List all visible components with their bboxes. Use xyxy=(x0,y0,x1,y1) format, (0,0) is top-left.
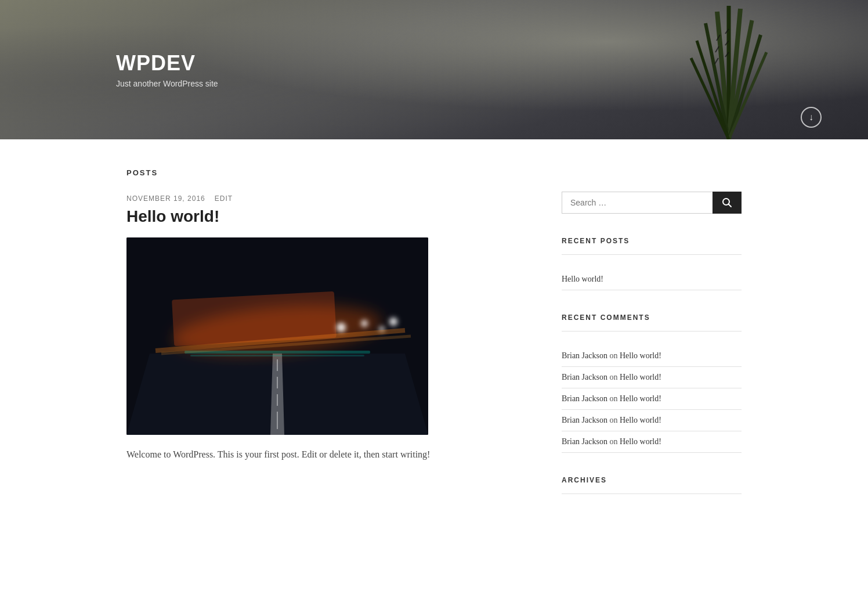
scroll-down-button[interactable]: ↓ xyxy=(801,107,822,128)
recent-comments-widget: RECENT COMMENTS Brian Jackson on Hello w… xyxy=(562,314,742,453)
archives-title: ARCHIVES xyxy=(562,476,742,484)
svg-point-25 xyxy=(389,318,397,326)
comment-entry-5: Brian Jackson on Hello world! xyxy=(562,431,742,453)
comment-entry-3: Brian Jackson on Hello world! xyxy=(562,388,742,410)
comment-on-5: on xyxy=(609,437,620,446)
comment-post-link-4[interactable]: Hello world! xyxy=(620,416,661,424)
header-text: WPDEV Just another WordPress site xyxy=(116,51,218,88)
svg-point-23 xyxy=(361,320,368,327)
comment-author-1[interactable]: Brian Jackson xyxy=(562,351,607,360)
post-image xyxy=(126,237,428,435)
list-item: Hello world! xyxy=(562,269,742,290)
comment-entry-1: Brian Jackson on Hello world! xyxy=(562,345,742,367)
comment-entry-4: Brian Jackson on Hello world! xyxy=(562,410,742,431)
sidebar: RECENT POSTS Hello world! RECENT COMMENT… xyxy=(562,168,742,508)
post-title[interactable]: Hello world! xyxy=(126,207,527,226)
comment-author-5[interactable]: Brian Jackson xyxy=(562,437,607,446)
comment-post-link-1[interactable]: Hello world! xyxy=(620,351,661,360)
comments-list: Brian Jackson on Hello world! Brian Jack… xyxy=(562,345,742,453)
post-edit-link[interactable]: EDIT xyxy=(215,194,233,203)
comment-on-3: on xyxy=(609,394,620,403)
recent-posts-title: RECENT POSTS xyxy=(562,237,742,245)
archives-divider xyxy=(562,493,742,494)
search-icon xyxy=(722,197,732,208)
post-meta: NOVEMBER 19, 2016 EDIT xyxy=(126,194,527,203)
archives-widget: ARCHIVES xyxy=(562,476,742,494)
recent-posts-divider xyxy=(562,254,742,255)
post-excerpt: Welcome to WordPress. This is your first… xyxy=(126,446,527,462)
search-button[interactable] xyxy=(713,192,742,214)
comment-post-link-2[interactable]: Hello world! xyxy=(620,373,661,381)
comment-author-4[interactable]: Brian Jackson xyxy=(562,416,607,424)
svg-line-33 xyxy=(729,204,732,207)
comment-author-2[interactable]: Brian Jackson xyxy=(562,373,607,381)
comment-post-link-3[interactable]: Hello world! xyxy=(620,394,661,403)
recent-comments-divider xyxy=(562,331,742,332)
recent-post-link-1[interactable]: Hello world! xyxy=(562,275,603,283)
post-image-container xyxy=(126,237,428,435)
recent-comments-title: RECENT COMMENTS xyxy=(562,314,742,322)
post-article: NOVEMBER 19, 2016 EDIT Hello world! xyxy=(126,194,527,462)
comment-entry-2: Brian Jackson on Hello world! xyxy=(562,367,742,388)
plant-decoration xyxy=(671,0,787,139)
search-input[interactable] xyxy=(562,192,713,214)
post-image-svg xyxy=(126,237,428,435)
svg-rect-21 xyxy=(190,355,364,356)
svg-point-22 xyxy=(337,323,346,332)
recent-posts-widget: RECENT POSTS Hello world! xyxy=(562,237,742,290)
comment-on-2: on xyxy=(609,373,620,381)
main-column: POSTS NOVEMBER 19, 2016 EDIT Hello world… xyxy=(126,168,527,508)
comment-on-1: on xyxy=(609,351,620,360)
comment-author-3[interactable]: Brian Jackson xyxy=(562,394,607,403)
svg-line-11 xyxy=(715,58,718,64)
site-tagline: Just another WordPress site xyxy=(116,79,218,88)
site-content: POSTS NOVEMBER 19, 2016 EDIT Hello world… xyxy=(115,139,753,531)
posts-heading: POSTS xyxy=(126,168,527,177)
recent-posts-list: Hello world! xyxy=(562,269,742,290)
post-date: NOVEMBER 19, 2016 xyxy=(126,194,205,203)
comment-post-link-5[interactable]: Hello world! xyxy=(620,437,661,446)
arrow-down-icon: ↓ xyxy=(809,112,813,123)
comment-on-4: on xyxy=(609,416,620,424)
site-title: WPDEV xyxy=(116,51,218,75)
site-header: WPDEV Just another WordPress site ↓ xyxy=(0,0,868,139)
search-widget xyxy=(562,192,742,214)
